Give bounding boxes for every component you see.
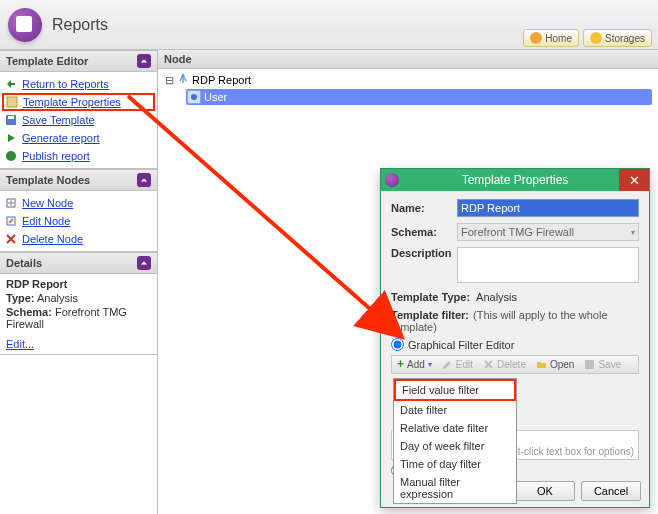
delete-icon bbox=[483, 359, 494, 370]
report-icon bbox=[176, 73, 190, 87]
delete-button[interactable]: Delete bbox=[481, 358, 528, 371]
close-icon: ✕ bbox=[629, 173, 640, 188]
open-button[interactable]: Open bbox=[534, 358, 576, 371]
panel-header-template-nodes[interactable]: Template Nodes bbox=[0, 169, 157, 191]
add-button[interactable]: + Add ▾ bbox=[395, 358, 434, 371]
tree-collapse-icon[interactable]: ⊟ bbox=[164, 74, 174, 87]
node-tree: ⊟ RDP Report User bbox=[158, 69, 658, 109]
template-properties-dialog: Template Properties ✕ Name: Schema: Fore… bbox=[380, 168, 650, 508]
svg-rect-0 bbox=[7, 97, 17, 107]
properties-icon bbox=[5, 95, 19, 109]
app-logo-icon bbox=[8, 8, 42, 42]
publish-icon bbox=[4, 149, 18, 163]
chevron-down-icon: ▾ bbox=[631, 228, 635, 237]
chevron-up-icon bbox=[137, 173, 151, 187]
edit-button[interactable]: Edit bbox=[440, 358, 475, 371]
chevron-down-icon: ▾ bbox=[428, 360, 432, 369]
panel-header-template-editor[interactable]: Template Editor bbox=[0, 50, 157, 72]
app-header: Reports Home Storages bbox=[0, 0, 658, 50]
home-button[interactable]: Home bbox=[523, 29, 579, 47]
save-icon bbox=[4, 113, 18, 127]
svg-point-3 bbox=[6, 151, 16, 161]
dialog-icon bbox=[385, 173, 399, 187]
edit-node-icon bbox=[4, 214, 18, 228]
dropdown-item-time-of-day[interactable]: Time of day filter bbox=[394, 455, 516, 473]
filter-hint: (right-click text box for options) bbox=[498, 446, 634, 457]
return-to-reports-link[interactable]: Return to Reports bbox=[2, 75, 155, 93]
svg-point-6 bbox=[182, 74, 185, 77]
dropdown-item-field-value[interactable]: Field value filter bbox=[394, 379, 516, 401]
name-input[interactable] bbox=[457, 199, 639, 217]
chevron-up-icon bbox=[137, 256, 151, 270]
tree-node-user[interactable]: User bbox=[186, 89, 652, 105]
panel-header-details[interactable]: Details bbox=[0, 252, 157, 274]
generate-report-link[interactable]: Generate report bbox=[2, 129, 155, 147]
publish-report-link[interactable]: Publish report bbox=[2, 147, 155, 165]
sidebar: Template Editor Return to Reports Templa… bbox=[0, 50, 158, 514]
dropdown-item-day-of-week[interactable]: Day of week filter bbox=[394, 437, 516, 455]
details-name: RDP Report bbox=[6, 278, 68, 290]
home-icon bbox=[530, 32, 542, 44]
svg-rect-2 bbox=[8, 116, 14, 119]
page-title: Reports bbox=[52, 16, 108, 34]
chevron-up-icon bbox=[137, 54, 151, 68]
dropdown-item-date[interactable]: Date filter bbox=[394, 401, 516, 419]
back-arrow-icon bbox=[4, 77, 18, 91]
details-edit-link[interactable]: Edit... bbox=[6, 338, 34, 350]
tree-root-label[interactable]: RDP Report bbox=[192, 74, 251, 86]
close-button[interactable]: ✕ bbox=[619, 169, 649, 191]
cancel-button[interactable]: Cancel bbox=[581, 481, 641, 501]
save-button[interactable]: Save bbox=[582, 358, 623, 371]
folder-open-icon bbox=[536, 359, 547, 370]
node-panel-header: Node bbox=[158, 50, 658, 69]
user-icon bbox=[187, 90, 201, 104]
graphical-filter-radio[interactable]: Graphical Filter Editor bbox=[391, 338, 639, 351]
add-filter-dropdown: Field value filter Date filter Relative … bbox=[393, 378, 517, 504]
plus-icon: + bbox=[397, 359, 404, 370]
dropdown-item-relative-date[interactable]: Relative date filter bbox=[394, 419, 516, 437]
svg-rect-8 bbox=[585, 360, 594, 369]
play-icon bbox=[4, 131, 18, 145]
edit-node-link[interactable]: Edit Node bbox=[2, 212, 155, 230]
save-icon bbox=[584, 359, 595, 370]
delete-icon bbox=[4, 232, 18, 246]
save-template-link[interactable]: Save Template bbox=[2, 111, 155, 129]
pencil-icon bbox=[442, 359, 453, 370]
ok-button[interactable]: OK bbox=[515, 481, 575, 501]
dropdown-item-manual[interactable]: Manual filter expression bbox=[394, 473, 516, 503]
new-node-icon bbox=[4, 196, 18, 210]
delete-node-link[interactable]: Delete Node bbox=[2, 230, 155, 248]
storage-icon bbox=[590, 32, 602, 44]
storages-button[interactable]: Storages bbox=[583, 29, 652, 47]
dialog-titlebar[interactable]: Template Properties ✕ bbox=[381, 169, 649, 191]
description-textarea[interactable] bbox=[457, 247, 639, 283]
new-node-link[interactable]: New Node bbox=[2, 194, 155, 212]
schema-select[interactable]: Forefront TMG Firewall ▾ bbox=[457, 223, 639, 241]
template-properties-link[interactable]: Template Properties bbox=[2, 93, 155, 111]
filter-toolbar: + Add ▾ Edit Delete Open bbox=[391, 355, 639, 374]
